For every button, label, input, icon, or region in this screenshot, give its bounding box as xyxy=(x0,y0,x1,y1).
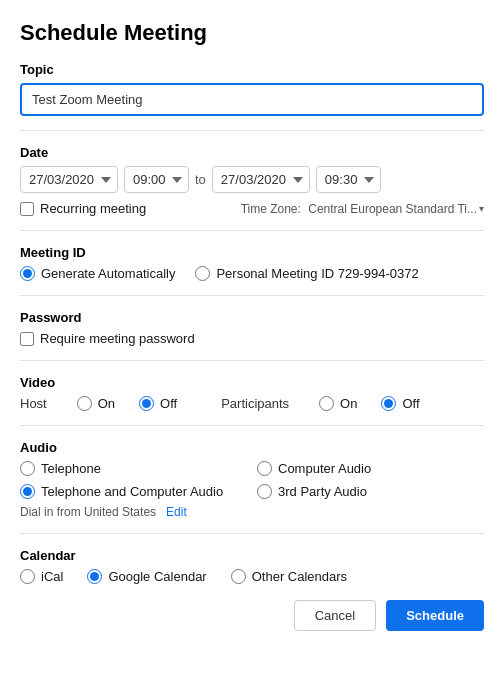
video-row: Host On Off Participants On Off xyxy=(20,396,484,411)
password-checkbox[interactable] xyxy=(20,332,34,346)
timezone-row[interactable]: Time Zone: Central European Standard Ti.… xyxy=(241,202,484,216)
password-checkbox-text: Require meeting password xyxy=(40,331,195,346)
audio-telephone-label: Telephone xyxy=(41,461,101,476)
divider-date xyxy=(20,230,484,231)
audio-telephone-option[interactable]: Telephone xyxy=(20,461,247,476)
calendar-google-label: Google Calendar xyxy=(108,569,206,584)
recurring-checkbox-label[interactable]: Recurring meeting xyxy=(20,201,146,216)
audio-both-label: Telephone and Computer Audio xyxy=(41,484,223,499)
meeting-id-personal-label: Personal Meeting ID 729-994-0372 xyxy=(216,266,418,281)
meeting-id-label: Meeting ID xyxy=(20,245,484,260)
part-on-label: On xyxy=(340,396,357,411)
recurring-label: Recurring meeting xyxy=(40,201,146,216)
dial-in-row: Dial in from United States Edit xyxy=(20,505,484,519)
host-off-option[interactable]: Off xyxy=(139,396,177,411)
timezone-value: Central European Standard Ti... xyxy=(308,202,477,216)
divider-password xyxy=(20,360,484,361)
calendar-other-option[interactable]: Other Calendars xyxy=(231,569,347,584)
part-off-radio[interactable] xyxy=(381,396,396,411)
divider-meeting-id xyxy=(20,295,484,296)
to-label: to xyxy=(195,172,206,187)
calendar-ical-radio[interactable] xyxy=(20,569,35,584)
timezone-label: Time Zone: xyxy=(241,202,301,216)
part-off-option[interactable]: Off xyxy=(381,396,419,411)
host-off-radio[interactable] xyxy=(139,396,154,411)
edit-link[interactable]: Edit xyxy=(166,505,187,519)
topic-input[interactable] xyxy=(20,83,484,116)
host-off-label: Off xyxy=(160,396,177,411)
calendar-google-option[interactable]: Google Calendar xyxy=(87,569,206,584)
schedule-button[interactable]: Schedule xyxy=(386,600,484,631)
meeting-id-personal-radio[interactable] xyxy=(195,266,210,281)
participants-label: Participants xyxy=(221,396,289,411)
calendar-ical-option[interactable]: iCal xyxy=(20,569,63,584)
calendar-ical-label: iCal xyxy=(41,569,63,584)
start-date-select[interactable]: 27/03/2020 xyxy=(20,166,118,193)
part-off-label: Off xyxy=(402,396,419,411)
host-label: Host xyxy=(20,396,47,411)
meeting-id-generate-label: Generate Automatically xyxy=(41,266,175,281)
end-date-select[interactable]: 27/03/2020 xyxy=(212,166,310,193)
meeting-id-generate-radio[interactable] xyxy=(20,266,35,281)
page-title: Schedule Meeting xyxy=(20,20,484,46)
host-on-label: On xyxy=(98,396,115,411)
audio-computer-radio[interactable] xyxy=(257,461,272,476)
start-time-select[interactable]: 09:00 xyxy=(124,166,189,193)
cancel-button[interactable]: Cancel xyxy=(294,600,376,631)
audio-computer-label: Computer Audio xyxy=(278,461,371,476)
recurring-checkbox[interactable] xyxy=(20,202,34,216)
video-label: Video xyxy=(20,375,484,390)
audio-grid: Telephone Computer Audio Telephone and C… xyxy=(20,461,484,499)
divider-audio xyxy=(20,533,484,534)
part-on-radio[interactable] xyxy=(319,396,334,411)
password-checkbox-label[interactable]: Require meeting password xyxy=(20,331,484,346)
host-on-radio[interactable] xyxy=(77,396,92,411)
divider-video xyxy=(20,425,484,426)
calendar-label: Calendar xyxy=(20,548,484,563)
dial-in-text: Dial in from United States xyxy=(20,505,156,519)
audio-telephone-radio[interactable] xyxy=(20,461,35,476)
host-on-option[interactable]: On xyxy=(77,396,115,411)
calendar-google-radio[interactable] xyxy=(87,569,102,584)
part-on-option[interactable]: On xyxy=(319,396,357,411)
meeting-id-personal[interactable]: Personal Meeting ID 729-994-0372 xyxy=(195,266,418,281)
divider-topic xyxy=(20,130,484,131)
audio-third-label: 3rd Party Audio xyxy=(278,484,367,499)
timezone-arrow-icon: ▾ xyxy=(479,203,484,214)
password-label: Password xyxy=(20,310,484,325)
audio-both-radio[interactable] xyxy=(20,484,35,499)
audio-third-option[interactable]: 3rd Party Audio xyxy=(257,484,484,499)
date-label: Date xyxy=(20,145,484,160)
meeting-id-generate[interactable]: Generate Automatically xyxy=(20,266,175,281)
calendar-other-radio[interactable] xyxy=(231,569,246,584)
audio-computer-option[interactable]: Computer Audio xyxy=(257,461,484,476)
calendar-row: iCal Google Calendar Other Calendars xyxy=(20,569,484,584)
audio-label: Audio xyxy=(20,440,484,455)
calendar-other-label: Other Calendars xyxy=(252,569,347,584)
audio-third-radio[interactable] xyxy=(257,484,272,499)
end-time-select[interactable]: 09:30 xyxy=(316,166,381,193)
topic-label: Topic xyxy=(20,62,484,77)
audio-both-option[interactable]: Telephone and Computer Audio xyxy=(20,484,247,499)
meeting-id-group: Generate Automatically Personal Meeting … xyxy=(20,266,484,281)
action-row: Cancel Schedule xyxy=(20,600,484,631)
